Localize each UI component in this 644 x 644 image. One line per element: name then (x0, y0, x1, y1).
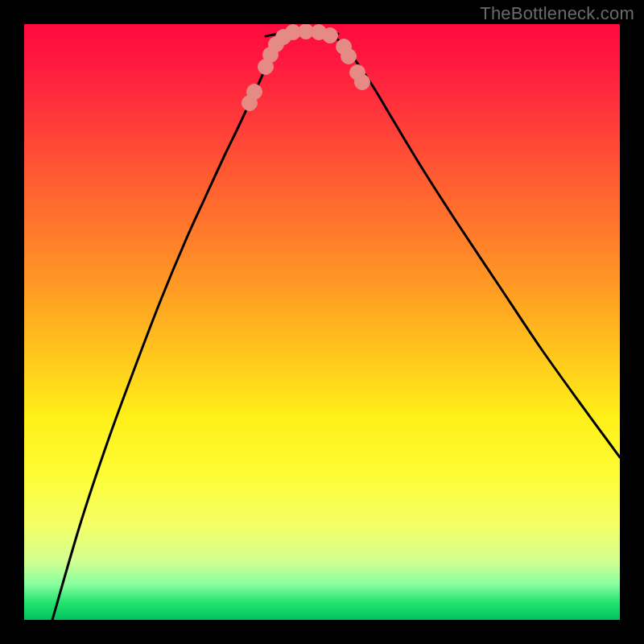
series-right-curve (330, 32, 620, 457)
marker-point (341, 49, 357, 64)
curve-layer (24, 24, 620, 620)
data-markers (242, 24, 370, 111)
marker-point (323, 28, 338, 43)
series-left-curve (52, 32, 290, 620)
marker-point (247, 85, 262, 100)
chart-frame: TheBottleneck.com (0, 0, 644, 644)
marker-point (355, 75, 370, 90)
curve-paths (52, 31, 620, 620)
watermark-text: TheBottleneck.com (480, 3, 634, 24)
plot-area (24, 24, 620, 620)
